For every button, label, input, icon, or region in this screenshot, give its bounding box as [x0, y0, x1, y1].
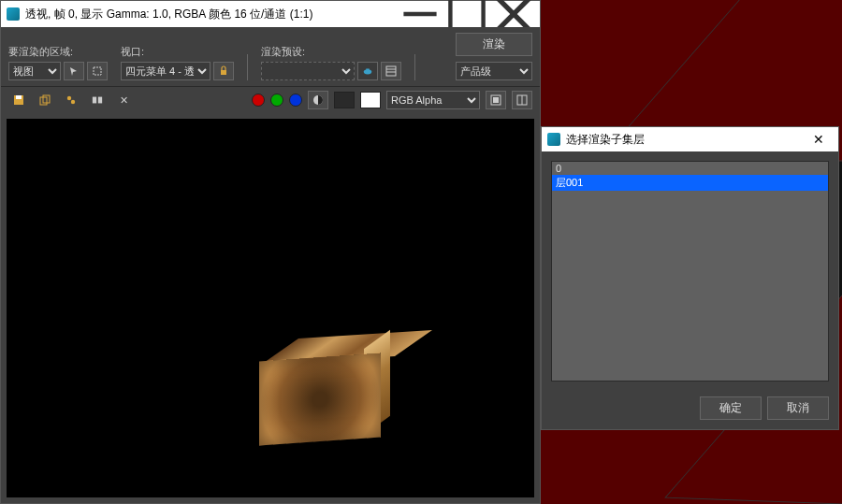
svg-rect-18: [98, 97, 102, 104]
output-select[interactable]: 产品级: [456, 62, 532, 80]
ok-button[interactable]: 确定: [700, 396, 762, 420]
app-icon: [7, 7, 20, 21]
list-item[interactable]: 0: [552, 162, 828, 175]
svg-rect-7: [366, 68, 369, 70]
lock-icon[interactable]: [213, 62, 234, 80]
svg-rect-12: [16, 95, 22, 99]
split-toggle-icon[interactable]: [512, 91, 532, 109]
svg-rect-17: [93, 97, 96, 104]
region-crop-icon[interactable]: [87, 62, 108, 80]
region-label: 要渲染的区域:: [8, 45, 108, 59]
dialog-title-text: 选择渲染子集层: [566, 132, 799, 148]
clear-icon[interactable]: ✕: [113, 91, 134, 109]
region-pick-icon[interactable]: [64, 62, 84, 80]
close-button[interactable]: [493, 1, 534, 27]
swatch-light[interactable]: [360, 92, 381, 108]
svg-rect-21: [493, 97, 499, 103]
app-icon: [547, 133, 560, 146]
viewport-select[interactable]: 四元菜单 4 - 透视: [121, 62, 210, 80]
window-title: 透视, 帧 0, 显示 Gamma: 1.0, RGBA 颜色 16 位/通道 …: [25, 7, 394, 22]
dialog-titlebar: 选择渲染子集层 ✕: [542, 127, 838, 151]
channel-red-dot[interactable]: [252, 94, 265, 107]
preset-teapot-icon[interactable]: [357, 62, 378, 80]
render-controls-row: 要渲染的区域: 视图 视口: 四元菜单 4 - 透视: [1, 27, 540, 86]
minimize-button[interactable]: [399, 1, 441, 27]
viewport-label: 视口:: [121, 45, 234, 59]
compare-icon[interactable]: [87, 91, 108, 109]
preset-select[interactable]: [261, 62, 355, 80]
select-layer-dialog: 选择渲染子集层 ✕ 0 层001 确定 取消: [541, 126, 839, 430]
maximize-button[interactable]: [446, 1, 487, 27]
render-output-view[interactable]: [7, 119, 534, 497]
svg-point-15: [67, 96, 71, 100]
rendered-box-front: [259, 353, 381, 445]
alpha-icon[interactable]: [308, 91, 328, 109]
titlebar: 透视, 帧 0, 显示 Gamma: 1.0, RGBA 颜色 16 位/通道 …: [1, 1, 540, 27]
svg-point-16: [71, 100, 75, 104]
render-button[interactable]: 渲染: [456, 33, 532, 56]
image-toolbar: ✕ RGB Alpha: [1, 86, 540, 113]
divider: [247, 54, 248, 80]
render-frame-window: 透视, 帧 0, 显示 Gamma: 1.0, RGBA 颜色 16 位/通道 …: [0, 0, 541, 504]
save-icon[interactable]: [8, 91, 29, 109]
preset-label: 渲染预设:: [261, 45, 401, 59]
region-select[interactable]: 视图: [8, 62, 61, 80]
preset-settings-icon[interactable]: [381, 62, 401, 80]
channel-blue-dot[interactable]: [289, 94, 302, 107]
svg-rect-8: [386, 66, 396, 76]
copy-icon[interactable]: [35, 91, 55, 109]
cancel-button[interactable]: 取消: [767, 396, 829, 420]
overlay-toggle-icon[interactable]: [486, 91, 506, 109]
layer-listbox[interactable]: 0 层001: [551, 161, 829, 382]
swatch-dark[interactable]: [334, 92, 355, 108]
list-item[interactable]: 层001: [552, 175, 828, 191]
channel-select[interactable]: RGB Alpha: [386, 91, 480, 109]
channel-green-dot[interactable]: [270, 94, 283, 107]
clone-icon[interactable]: [61, 91, 81, 109]
svg-rect-4: [94, 67, 101, 75]
svg-rect-5: [221, 70, 226, 75]
dialog-close-button[interactable]: ✕: [805, 127, 833, 151]
svg-rect-1: [450, 0, 483, 31]
divider: [414, 54, 415, 80]
